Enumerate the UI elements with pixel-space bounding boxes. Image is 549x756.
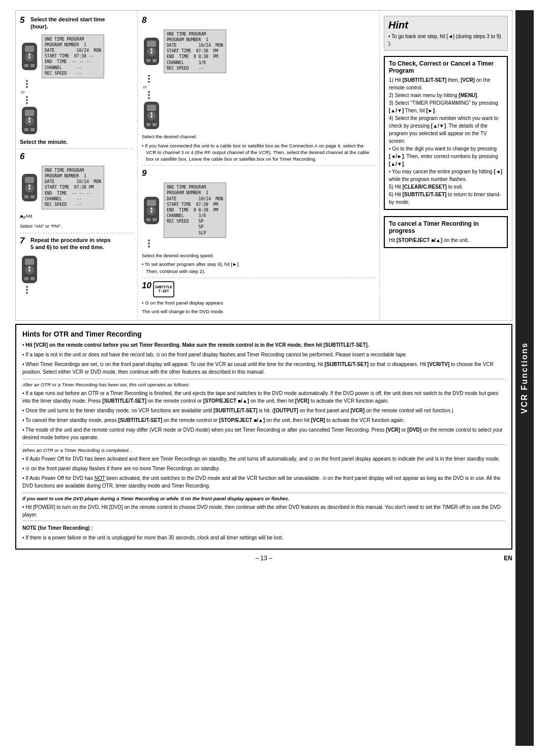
- remote-icon-5a: ▲ ▼: [20, 42, 39, 71]
- step-7: 7 Repeat the procedure in steps 5 and 6)…: [20, 236, 133, 296]
- step-9-caption-select: Select the desired recording speed.: [142, 253, 375, 259]
- hints-italic-3: If you want to use the DVD player during…: [22, 493, 505, 502]
- dots-5b: [20, 95, 28, 106]
- hints-bullet-8: • If Auto Power Off for DVD has been act…: [22, 455, 505, 463]
- step-5: 5 Select the desired start time (hour).: [20, 16, 133, 145]
- cancel-content: Hit [STOP/EJECT ■/▲] on the unit.: [389, 236, 503, 244]
- svg-rect-43: [152, 123, 157, 126]
- step-10-number: 10: [142, 281, 151, 291]
- remote-icon-7: ▲ ▼: [20, 255, 39, 284]
- screen-6a: ONE TIME PROGRAM PROGRAM NUMBER 1 DATE 1…: [42, 166, 104, 209]
- svg-rect-29: [30, 277, 35, 280]
- step-5-number: 5: [20, 16, 29, 25]
- hints-bullet-8b: • ⊙ on the front panel display flashes i…: [22, 465, 505, 472]
- column-a: 5 Select the desired start time (hour).: [16, 11, 138, 320]
- hints-bullet-1: • Hit [VCR] on the remote control before…: [22, 341, 505, 349]
- svg-rect-35: [146, 59, 150, 62]
- check-note-a: • Go to the digit you want to change by …: [389, 145, 503, 168]
- remote-icon-6a: ▲ ▼: [20, 173, 39, 202]
- column-b: 8 ▲ ▼: [138, 11, 380, 320]
- svg-text:▼: ▼: [27, 55, 32, 60]
- hint-box: Hint • To go back one step, hit [◄] (dur…: [384, 16, 508, 51]
- check-step-4: 4) Select the program number which you w…: [389, 114, 503, 145]
- hints-bullet-6: • To cancel the timer standby mode, pres…: [22, 416, 505, 424]
- hint-content: • To go back one step, hit [◄] (during s…: [388, 33, 503, 47]
- steps-grid: 5 Select the desired start time (hour).: [15, 10, 512, 321]
- step-5-desc1: Select the desired start time: [30, 16, 105, 23]
- cancel-title: To cancel a Timer Recording in progress: [389, 220, 503, 234]
- remote-icon-8b: ▲ ▼: [142, 101, 161, 130]
- svg-rect-24: [25, 259, 34, 265]
- hints-bullet-7: • The mode of the unit and the remote co…: [22, 426, 505, 441]
- svg-rect-28: [24, 277, 28, 280]
- subtitle-tset-icon: SUBTITLE T-SET: [153, 281, 174, 297]
- svg-text:▼: ▼: [149, 209, 154, 214]
- note-section: NOTE (for Timer Recording) : • If there …: [22, 521, 505, 541]
- hints-bullet-9: • If Auto Power Off for DVD has NOT been…: [22, 474, 505, 490]
- svg-rect-36: [152, 59, 157, 62]
- hints-bullet-2: • If a tape is not in the unit or does n…: [22, 351, 505, 358]
- step-6: 6 ▲ ▼: [20, 152, 133, 230]
- svg-rect-45: [147, 200, 156, 206]
- vcr-functions-text: VCR Functions: [520, 342, 529, 414]
- vcr-functions-label: VCR Functions: [515, 10, 534, 746]
- svg-rect-38: [147, 105, 156, 111]
- svg-rect-15: [25, 177, 34, 183]
- step-9-note-next: • To set another program after step 9), …: [142, 261, 375, 275]
- check-step-3: 3) Select "TIMER PROGRAMMING" by pressin…: [389, 99, 503, 114]
- svg-text:▼: ▼: [27, 268, 32, 273]
- svg-rect-31: [147, 41, 156, 47]
- or-5a: or: [20, 89, 25, 95]
- svg-rect-19: [24, 195, 28, 198]
- remote-icon-8a: ▲ ▼: [142, 37, 161, 66]
- hints-bullet-10: • Hit [POWER] to turn on the DVD. Hit [D…: [22, 503, 505, 519]
- page-number: – 13 –: [255, 555, 272, 562]
- svg-rect-49: [146, 218, 150, 221]
- svg-rect-8: [25, 110, 34, 116]
- note-title: NOTE (for Timer Recording) :: [22, 525, 93, 531]
- svg-rect-20: [30, 195, 35, 198]
- step-8-caption-main: • If you have connected the unit to a ca…: [142, 142, 375, 163]
- step-9: 9 ▲ ▼: [142, 169, 375, 275]
- check-step-2: 2) Select main menu by hitting [MENU].: [389, 92, 503, 99]
- step-5-desc2: (hour).: [30, 23, 105, 30]
- check-cancel-box: To Check, Correct or Cancel a Timer Prog…: [384, 56, 508, 210]
- hints-section: Hints for OTR and Timer Recording • Hit …: [15, 324, 512, 550]
- check-step-5: 5) Hit [CLEAR/C.RESET] to exit.: [389, 183, 503, 191]
- note-1: • If there is a power failure or the uni…: [22, 534, 505, 541]
- check-step-1: 1) Hit [SUBTITLE/T-SET] then, [VCR] on t…: [389, 76, 503, 92]
- hints-bullet-4: • If a tape runs out before an OTR or a …: [22, 389, 505, 405]
- check-step-6: 6) Hit [SUBTITLE/T-SET] to return to tim…: [389, 191, 503, 206]
- svg-text:▼: ▼: [149, 50, 154, 55]
- screen-9a: ONE TIME PROGRAM PROGRAM NUMBER 1 DATE 1…: [164, 183, 226, 238]
- hints-bullet-5: • Once the unit turns to the timer stand…: [22, 407, 505, 414]
- svg-rect-13: [30, 128, 35, 131]
- step-7-number: 7: [20, 236, 29, 246]
- svg-rect-5: [24, 64, 28, 67]
- step-9-number: 9: [142, 169, 151, 178]
- check-box-content: 1) Hit [SUBTITLE/T-SET] then, [VCR] on t…: [389, 76, 503, 206]
- lang-label: EN: [504, 555, 512, 562]
- screen-8a: ONE TIME PROGRAM PROGRAM NUMBER 1 DATE 1…: [164, 29, 226, 73]
- hint-title: Hint: [388, 19, 503, 31]
- svg-rect-6: [30, 64, 35, 67]
- step-10-note1: • ⊙ on the front panel display appears.: [142, 299, 375, 306]
- hints-body: • Hit [VCR] on the remote control before…: [22, 341, 505, 542]
- step-5-sub: Select the minute.: [20, 138, 133, 145]
- remote-icon-5b: ▲ ▼: [20, 106, 39, 135]
- svg-rect-42: [146, 123, 150, 126]
- cancel-recording-box: To cancel a Timer Recording in progress …: [384, 216, 508, 248]
- page-footer: – 13 – EN: [15, 555, 512, 562]
- hints-title: Hints for OTR and Timer Recording: [22, 330, 505, 338]
- svg-text:▼: ▼: [27, 187, 32, 191]
- step-6-number: 6: [20, 152, 29, 162]
- svg-text:▼: ▼: [27, 119, 32, 124]
- svg-rect-12: [24, 128, 28, 131]
- step-8-flow: ▲ ▼ ONE TIME PROGRAM PROGRAM NUMBER 1 DA…: [142, 29, 375, 130]
- am-pm-arrow: ► AM PM: [20, 211, 45, 220]
- hints-italic-2: When an OTR or a Timer Recording is comp…: [22, 444, 505, 454]
- step-9-flow: ▲ ▼ ONE TIME PROGRAM PROGRAM NUMBER 1 DA…: [142, 183, 375, 249]
- step-10: 10 SUBTITLE T-SET • ⊙ on the front panel…: [142, 281, 375, 315]
- screen-5a: ONE TIME PROGRAM PROGRAM NUMBER 1 DATE 1…: [42, 35, 104, 78]
- step-8: 8 ▲ ▼: [142, 16, 375, 162]
